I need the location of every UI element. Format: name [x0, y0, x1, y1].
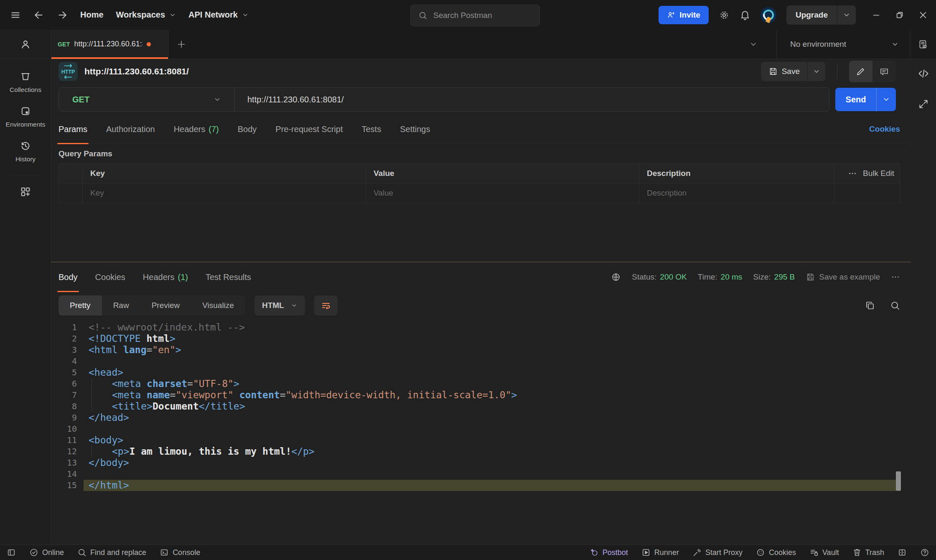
nav-workspaces[interactable]: Workspaces	[116, 10, 176, 20]
scrollbar-thumb[interactable]	[896, 471, 901, 491]
code-line[interactable]: 5<head>	[51, 367, 911, 378]
close-window-icon[interactable]	[918, 10, 928, 20]
save-dropdown-button[interactable]	[807, 62, 825, 81]
tab-params[interactable]: Params	[58, 115, 87, 144]
back-arrow-icon[interactable]	[33, 10, 44, 20]
help-button[interactable]	[920, 548, 929, 557]
vault-button[interactable]: Vault	[809, 548, 839, 557]
save-button[interactable]: Save	[761, 62, 807, 81]
start-proxy-button[interactable]: Start Proxy	[692, 548, 743, 557]
view-preview[interactable]: Preview	[140, 295, 191, 316]
console-button[interactable]: Console	[160, 548, 200, 557]
explore-grid-icon[interactable]	[20, 186, 31, 198]
search-input[interactable]: Search Postman	[410, 5, 540, 26]
view-visualize[interactable]: Visualize	[191, 295, 245, 316]
profile-icon[interactable]	[0, 30, 51, 59]
new-tab-button[interactable]	[168, 30, 194, 59]
code-line[interactable]: 2<!DOCTYPE html>	[51, 333, 911, 344]
tab-authorization[interactable]: Authorization	[106, 115, 155, 144]
response-code-editor[interactable]: 1<!-- wwwroot/index.html -->2<!DOCTYPE h…	[51, 322, 911, 545]
response-tab-cookies[interactable]: Cookies	[95, 262, 125, 292]
upgrade-button[interactable]: Upgrade	[786, 5, 837, 25]
nav-home[interactable]: Home	[80, 10, 104, 20]
code-line[interactable]: 8<title>Document</title>	[51, 401, 911, 412]
code-line[interactable]: 12<p>I am limou, this is my html!</p>	[51, 446, 911, 457]
response-tab-body[interactable]: Body	[58, 262, 78, 292]
tab-tests[interactable]: Tests	[361, 115, 381, 144]
edit-pencil-button[interactable]	[849, 61, 872, 82]
right-sidebar	[911, 59, 936, 545]
network-globe-icon[interactable]	[611, 272, 621, 282]
expand-pane-icon[interactable]	[918, 99, 929, 109]
tab-body[interactable]: Body	[238, 115, 257, 144]
method-selector[interactable]: GET	[59, 95, 234, 104]
code-line[interactable]: 1<!-- wwwroot/index.html -->	[51, 322, 911, 333]
tab-headers[interactable]: Headers(7)	[174, 115, 219, 144]
comment-button[interactable]	[872, 61, 896, 82]
column-header-description: Description	[639, 164, 834, 183]
postbot-button[interactable]: Postbot	[590, 548, 628, 557]
environment-quick-look-icon[interactable]	[910, 30, 936, 59]
code-line[interactable]: 6<meta charset="UTF-8">	[51, 378, 911, 389]
sidebar-item-collections[interactable]: Collections	[10, 71, 41, 94]
request-tab-active[interactable]: GET http://111.230.60.61:808	[51, 30, 168, 59]
toggle-sidebar-button[interactable]	[7, 548, 16, 557]
hamburger-menu-icon[interactable]	[10, 10, 21, 20]
forward-arrow-icon[interactable]	[57, 10, 68, 20]
sidebar-item-environments[interactable]: Environments	[6, 105, 46, 128]
response-tab-headers[interactable]: Headers(1)	[143, 262, 188, 292]
left-sidebar: Collections Environments History	[0, 30, 51, 545]
wrap-lines-button[interactable]	[314, 295, 338, 316]
code-line[interactable]: 7<meta name="viewport" content="width=de…	[51, 389, 911, 401]
format-selector[interactable]: HTML	[254, 295, 305, 316]
send-button[interactable]: Send	[835, 88, 876, 111]
row-select-cell[interactable]	[59, 183, 82, 203]
value-input[interactable]: Value	[366, 183, 639, 203]
view-pretty[interactable]: Pretty	[58, 295, 102, 316]
find-and-replace-button[interactable]: Find and replace	[77, 548, 146, 557]
user-avatar[interactable]	[760, 7, 776, 23]
nav-api-network[interactable]: API Network	[188, 10, 249, 20]
code-line[interactable]: 13</body>	[51, 457, 911, 468]
cookies-link[interactable]: Cookies	[869, 125, 900, 134]
notifications-bell-icon[interactable]	[740, 10, 750, 20]
copy-response-icon[interactable]	[865, 300, 875, 311]
runner-button[interactable]: Runner	[641, 548, 679, 557]
trash-button[interactable]: Trash	[852, 548, 884, 557]
description-input[interactable]: Description	[639, 183, 834, 203]
settings-gear-icon[interactable]	[719, 10, 730, 20]
sidebar-item-history[interactable]: History	[15, 140, 36, 163]
code-snippet-icon[interactable]	[918, 68, 929, 79]
send-dropdown-button[interactable]	[876, 88, 896, 111]
cookies-button[interactable]: Cookies	[756, 548, 796, 557]
tab-title: http://111.230.60.61:808	[74, 40, 142, 48]
code-line[interactable]: 14	[51, 468, 911, 480]
url-input[interactable]: http://111.230.60.61:8081/	[235, 95, 356, 104]
online-status[interactable]: Online	[29, 548, 64, 557]
more-dots-icon[interactable]	[891, 272, 900, 282]
code-line[interactable]: 11<body>	[51, 435, 911, 446]
upgrade-dropdown-button[interactable]	[837, 5, 856, 25]
tab-list-dropdown[interactable]	[730, 40, 776, 48]
response-tab-test-results[interactable]: Test Results	[206, 262, 251, 292]
two-pane-view-button[interactable]	[898, 548, 907, 557]
invite-button[interactable]: Invite	[659, 6, 709, 24]
key-input[interactable]: Key	[82, 183, 366, 203]
more-dots-icon[interactable]	[848, 169, 857, 178]
environment-selector[interactable]: No environment	[777, 30, 910, 59]
tab-settings[interactable]: Settings	[400, 115, 430, 144]
save-as-example-button[interactable]: Save as example	[806, 272, 880, 282]
search-response-icon[interactable]	[890, 300, 900, 311]
code-line[interactable]: 15</html>	[51, 480, 911, 491]
view-raw[interactable]: Raw	[102, 295, 140, 316]
code-line[interactable]: 4	[51, 356, 911, 367]
divider	[837, 63, 837, 80]
code-line[interactable]: 10	[51, 423, 911, 435]
restore-window-icon[interactable]	[895, 10, 904, 20]
code-line[interactable]: 3<html lang="en">	[51, 344, 911, 356]
code-line[interactable]: 9</head>	[51, 412, 911, 423]
minimize-window-icon[interactable]	[872, 10, 881, 20]
tab-pre-request-script[interactable]: Pre-request Script	[275, 115, 343, 144]
bulk-edit-link[interactable]: Bulk Edit	[863, 169, 894, 178]
console-icon	[160, 548, 169, 557]
